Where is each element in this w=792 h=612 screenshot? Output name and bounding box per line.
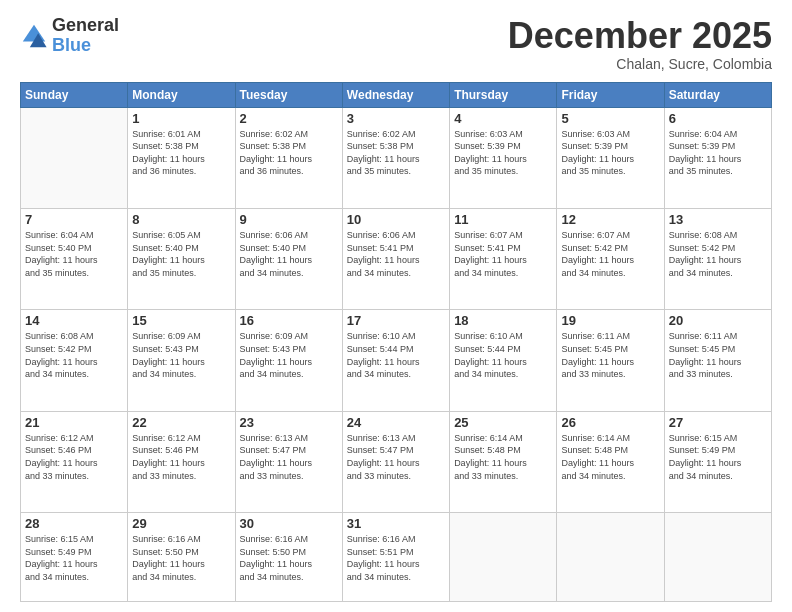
calendar-cell: 4Sunrise: 6:03 AMSunset: 5:39 PMDaylight… [450, 107, 557, 208]
day-info: Sunrise: 6:03 AMSunset: 5:39 PMDaylight:… [561, 128, 659, 178]
calendar-cell: 10Sunrise: 6:06 AMSunset: 5:41 PMDayligh… [342, 209, 449, 310]
calendar-cell: 14Sunrise: 6:08 AMSunset: 5:42 PMDayligh… [21, 310, 128, 411]
weekday-header-monday: Monday [128, 82, 235, 107]
day-number: 27 [669, 415, 767, 430]
calendar-cell: 27Sunrise: 6:15 AMSunset: 5:49 PMDayligh… [664, 411, 771, 512]
calendar-cell: 21Sunrise: 6:12 AMSunset: 5:46 PMDayligh… [21, 411, 128, 512]
day-number: 24 [347, 415, 445, 430]
day-number: 4 [454, 111, 552, 126]
calendar-cell: 23Sunrise: 6:13 AMSunset: 5:47 PMDayligh… [235, 411, 342, 512]
logo-general-text: General [52, 16, 119, 36]
calendar-table: SundayMondayTuesdayWednesdayThursdayFrid… [20, 82, 772, 602]
day-number: 29 [132, 516, 230, 531]
day-number: 26 [561, 415, 659, 430]
calendar-cell [664, 513, 771, 602]
calendar-cell: 11Sunrise: 6:07 AMSunset: 5:41 PMDayligh… [450, 209, 557, 310]
day-info: Sunrise: 6:06 AMSunset: 5:41 PMDaylight:… [347, 229, 445, 279]
day-number: 6 [669, 111, 767, 126]
calendar-cell [21, 107, 128, 208]
header: General Blue December 2025 Chalan, Sucre… [20, 16, 772, 72]
calendar-cell: 31Sunrise: 6:16 AMSunset: 5:51 PMDayligh… [342, 513, 449, 602]
day-info: Sunrise: 6:14 AMSunset: 5:48 PMDaylight:… [561, 432, 659, 482]
day-number: 14 [25, 313, 123, 328]
calendar-cell: 6Sunrise: 6:04 AMSunset: 5:39 PMDaylight… [664, 107, 771, 208]
day-number: 15 [132, 313, 230, 328]
month-title: December 2025 [508, 16, 772, 56]
day-number: 16 [240, 313, 338, 328]
day-info: Sunrise: 6:13 AMSunset: 5:47 PMDaylight:… [240, 432, 338, 482]
calendar-cell: 13Sunrise: 6:08 AMSunset: 5:42 PMDayligh… [664, 209, 771, 310]
weekday-header-thursday: Thursday [450, 82, 557, 107]
day-info: Sunrise: 6:14 AMSunset: 5:48 PMDaylight:… [454, 432, 552, 482]
calendar-cell: 19Sunrise: 6:11 AMSunset: 5:45 PMDayligh… [557, 310, 664, 411]
logo: General Blue [20, 16, 119, 56]
calendar-cell: 17Sunrise: 6:10 AMSunset: 5:44 PMDayligh… [342, 310, 449, 411]
logo-icon [20, 22, 48, 50]
day-info: Sunrise: 6:12 AMSunset: 5:46 PMDaylight:… [25, 432, 123, 482]
title-block: December 2025 Chalan, Sucre, Colombia [508, 16, 772, 72]
calendar-cell [557, 513, 664, 602]
calendar-cell: 25Sunrise: 6:14 AMSunset: 5:48 PMDayligh… [450, 411, 557, 512]
day-number: 18 [454, 313, 552, 328]
day-info: Sunrise: 6:11 AMSunset: 5:45 PMDaylight:… [561, 330, 659, 380]
calendar-cell: 22Sunrise: 6:12 AMSunset: 5:46 PMDayligh… [128, 411, 235, 512]
page: General Blue December 2025 Chalan, Sucre… [0, 0, 792, 612]
day-info: Sunrise: 6:13 AMSunset: 5:47 PMDaylight:… [347, 432, 445, 482]
day-info: Sunrise: 6:10 AMSunset: 5:44 PMDaylight:… [347, 330, 445, 380]
weekday-header-friday: Friday [557, 82, 664, 107]
calendar-cell: 28Sunrise: 6:15 AMSunset: 5:49 PMDayligh… [21, 513, 128, 602]
day-number: 20 [669, 313, 767, 328]
weekday-header-wednesday: Wednesday [342, 82, 449, 107]
calendar-cell: 29Sunrise: 6:16 AMSunset: 5:50 PMDayligh… [128, 513, 235, 602]
day-info: Sunrise: 6:15 AMSunset: 5:49 PMDaylight:… [669, 432, 767, 482]
day-info: Sunrise: 6:12 AMSunset: 5:46 PMDaylight:… [132, 432, 230, 482]
calendar-cell: 9Sunrise: 6:06 AMSunset: 5:40 PMDaylight… [235, 209, 342, 310]
day-number: 2 [240, 111, 338, 126]
calendar-cell: 15Sunrise: 6:09 AMSunset: 5:43 PMDayligh… [128, 310, 235, 411]
calendar-cell: 30Sunrise: 6:16 AMSunset: 5:50 PMDayligh… [235, 513, 342, 602]
calendar-cell [450, 513, 557, 602]
day-info: Sunrise: 6:09 AMSunset: 5:43 PMDaylight:… [240, 330, 338, 380]
calendar-cell: 7Sunrise: 6:04 AMSunset: 5:40 PMDaylight… [21, 209, 128, 310]
calendar-cell: 18Sunrise: 6:10 AMSunset: 5:44 PMDayligh… [450, 310, 557, 411]
day-number: 5 [561, 111, 659, 126]
calendar-cell: 16Sunrise: 6:09 AMSunset: 5:43 PMDayligh… [235, 310, 342, 411]
day-number: 30 [240, 516, 338, 531]
day-number: 23 [240, 415, 338, 430]
weekday-header-sunday: Sunday [21, 82, 128, 107]
calendar-cell: 8Sunrise: 6:05 AMSunset: 5:40 PMDaylight… [128, 209, 235, 310]
day-number: 22 [132, 415, 230, 430]
calendar-cell: 12Sunrise: 6:07 AMSunset: 5:42 PMDayligh… [557, 209, 664, 310]
day-info: Sunrise: 6:07 AMSunset: 5:41 PMDaylight:… [454, 229, 552, 279]
calendar-cell: 24Sunrise: 6:13 AMSunset: 5:47 PMDayligh… [342, 411, 449, 512]
calendar-cell: 1Sunrise: 6:01 AMSunset: 5:38 PMDaylight… [128, 107, 235, 208]
day-number: 12 [561, 212, 659, 227]
calendar-cell: 20Sunrise: 6:11 AMSunset: 5:45 PMDayligh… [664, 310, 771, 411]
day-info: Sunrise: 6:08 AMSunset: 5:42 PMDaylight:… [25, 330, 123, 380]
day-info: Sunrise: 6:06 AMSunset: 5:40 PMDaylight:… [240, 229, 338, 279]
weekday-header-tuesday: Tuesday [235, 82, 342, 107]
day-info: Sunrise: 6:01 AMSunset: 5:38 PMDaylight:… [132, 128, 230, 178]
day-number: 11 [454, 212, 552, 227]
logo-blue-text: Blue [52, 36, 119, 56]
day-number: 8 [132, 212, 230, 227]
day-info: Sunrise: 6:03 AMSunset: 5:39 PMDaylight:… [454, 128, 552, 178]
day-info: Sunrise: 6:15 AMSunset: 5:49 PMDaylight:… [25, 533, 123, 583]
day-info: Sunrise: 6:16 AMSunset: 5:50 PMDaylight:… [240, 533, 338, 583]
day-info: Sunrise: 6:10 AMSunset: 5:44 PMDaylight:… [454, 330, 552, 380]
day-number: 1 [132, 111, 230, 126]
calendar-cell: 2Sunrise: 6:02 AMSunset: 5:38 PMDaylight… [235, 107, 342, 208]
day-number: 9 [240, 212, 338, 227]
calendar-cell: 26Sunrise: 6:14 AMSunset: 5:48 PMDayligh… [557, 411, 664, 512]
day-info: Sunrise: 6:02 AMSunset: 5:38 PMDaylight:… [347, 128, 445, 178]
day-number: 21 [25, 415, 123, 430]
day-info: Sunrise: 6:11 AMSunset: 5:45 PMDaylight:… [669, 330, 767, 380]
day-info: Sunrise: 6:16 AMSunset: 5:51 PMDaylight:… [347, 533, 445, 583]
day-info: Sunrise: 6:07 AMSunset: 5:42 PMDaylight:… [561, 229, 659, 279]
logo-text: General Blue [52, 16, 119, 56]
day-number: 13 [669, 212, 767, 227]
day-number: 7 [25, 212, 123, 227]
calendar-cell: 5Sunrise: 6:03 AMSunset: 5:39 PMDaylight… [557, 107, 664, 208]
day-info: Sunrise: 6:08 AMSunset: 5:42 PMDaylight:… [669, 229, 767, 279]
day-number: 19 [561, 313, 659, 328]
